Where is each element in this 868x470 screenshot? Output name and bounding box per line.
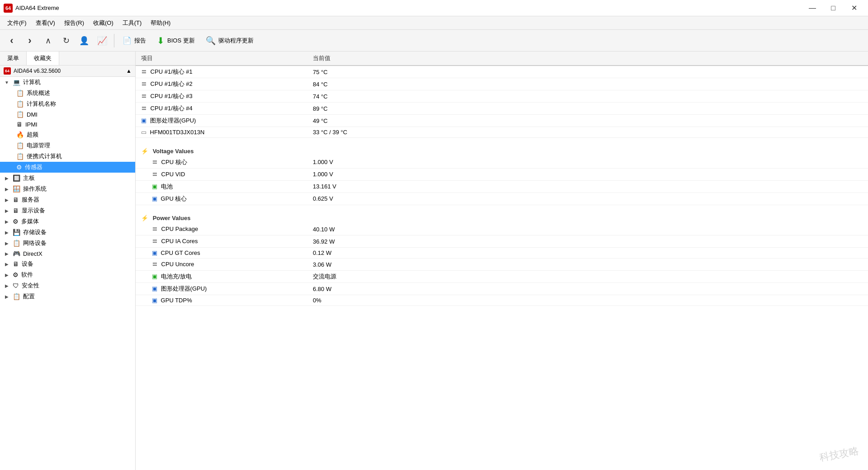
bios-update-button[interactable]: ⬇ BIOS 更新 [152, 33, 199, 48]
expand-mainboard[interactable]: ▶ [4, 175, 10, 181]
tree-item-config[interactable]: ▶ 📋 配置 [0, 291, 135, 302]
gpu-icon: ▣ [152, 195, 157, 202]
expand-multimedia[interactable]: ▶ [4, 218, 10, 225]
spacer-row-2 [136, 205, 868, 210]
network-icon: 📋 [13, 240, 20, 247]
tree-item-portable[interactable]: 📋 便携式计算机 [0, 151, 135, 162]
cpu-icon: 〓 [152, 226, 158, 232]
software-label: 软件 [21, 271, 33, 279]
tree-item-software[interactable]: ▶ ⚙ 软件 [0, 269, 135, 280]
tree-item-multimedia[interactable]: ▶ ⚙ 多媒体 [0, 216, 135, 227]
expand-os[interactable]: ▶ [4, 186, 10, 192]
tree-item-mainboard[interactable]: ▶ 🔲 主板 [0, 173, 135, 183]
expand-computer[interactable]: ▼ [4, 79, 10, 85]
tree-item-sensor[interactable]: ⚙ 传感器 [0, 162, 135, 173]
expand-directx[interactable]: ▶ [4, 250, 10, 257]
table-row: ▣ CPU GT Cores 0.12 W [136, 248, 868, 258]
table-row: ▭ HFM001TD3JX013N 33 °C / 39 °C [136, 127, 868, 138]
expand-software[interactable]: ▶ [4, 272, 10, 278]
driver-update-button[interactable]: 🔍 驱动程序更新 [201, 34, 258, 47]
app-title: AIDA64 Extreme [15, 5, 59, 11]
tree-item-compname[interactable]: 📋 计算机名称 [0, 99, 135, 109]
tree-item-security[interactable]: ▶ 🛡 安全性 [0, 280, 135, 291]
expand-storage[interactable]: ▶ [4, 229, 10, 235]
expand-config[interactable]: ▶ [4, 293, 10, 300]
refresh-button[interactable]: ↻ [58, 33, 74, 49]
powermgmt-icon: 📋 [16, 142, 24, 149]
bios-label: BIOS 更新 [167, 37, 195, 45]
tree-item-computer[interactable]: ▼ 💻 计算机 [0, 77, 135, 88]
user-button[interactable]: 👤 [76, 33, 92, 49]
back-button[interactable]: ‹ [4, 33, 20, 49]
tree-item-directx[interactable]: ▶ 🎮 DirectX [0, 249, 135, 258]
portable-icon: 📋 [16, 153, 24, 160]
cpu-icon: 〓 [141, 105, 147, 112]
menu-favorites[interactable]: 收藏(O) [90, 17, 117, 29]
tree-item-display[interactable]: ▶ 🖥 显示设备 [0, 205, 135, 216]
expand-network[interactable]: ▶ [4, 240, 10, 246]
os-icon: 🪟 [13, 185, 20, 193]
close-button[interactable]: ✕ [844, 0, 864, 16]
gpu-icon: ▣ [141, 117, 146, 124]
menu-report[interactable]: 报告(R) [61, 17, 88, 29]
menu-tools[interactable]: 工具(T) [119, 17, 146, 29]
tree-root[interactable]: 64 AIDA64 v6.32.5600 ▲ [0, 66, 135, 77]
config-icon: 📋 [13, 293, 20, 300]
menu-view[interactable]: 查看(V) [32, 17, 59, 29]
powermgmt-label: 电源管理 [27, 141, 50, 150]
expand-server[interactable]: ▶ [4, 197, 10, 203]
spacer-row [136, 138, 868, 143]
expand-security[interactable]: ▶ [4, 282, 10, 289]
tree-item-devices[interactable]: ▶ 🖥 设备 [0, 258, 135, 269]
tree-item-powermgmt[interactable]: 📋 电源管理 [0, 140, 135, 151]
maximize-button[interactable]: □ [823, 0, 844, 16]
forward-button[interactable]: › [22, 33, 38, 49]
table-row: 〓 CPU 核心 1.000 V [136, 156, 868, 169]
compname-label: 计算机名称 [27, 100, 56, 108]
toolbar: ‹ › ∧ ↻ 👤 📈 📄 报告 ⬇ BIOS 更新 🔍 驱动程序更新 [0, 30, 868, 52]
driver-label: 驱动程序更新 [218, 37, 254, 45]
tree-item-overclock[interactable]: 🔥 超频 [0, 129, 135, 140]
software-icon: ⚙ [13, 271, 19, 278]
menu-help[interactable]: 帮助(H) [147, 17, 174, 29]
up-button[interactable]: ∧ [40, 33, 56, 49]
tree-item-server[interactable]: ▶ 🖥 服务器 [0, 194, 135, 205]
os-label: 操作系统 [23, 185, 47, 193]
tree-item-ipmi[interactable]: 🖥 IPMI [0, 119, 135, 129]
table-row: 〓 CPU #1/核心 #4 89 °C [136, 103, 868, 115]
server-icon: 🖥 [13, 196, 19, 203]
hdd-icon: ▭ [141, 129, 146, 136]
power-section-icon: ⚡ [141, 215, 148, 221]
tree-item-dmi[interactable]: 📋 DMI [0, 109, 135, 119]
display-icon: 🖥 [13, 207, 19, 214]
table-row: ▣ GPU TDP% 0% [136, 295, 868, 306]
tree-item-storage[interactable]: ▶ 💾 存储设备 [0, 227, 135, 238]
report-icon: 📄 [123, 36, 132, 45]
cpu-icon: 〓 [152, 261, 158, 268]
content-area[interactable]: 项目 当前值 〓 CPU #1/核心 #1 75 °C 〓 CPU #1/核心 … [136, 52, 868, 470]
section-header-power: ⚡ Power Values [136, 210, 868, 223]
tree-item-network[interactable]: ▶ 📋 网络设备 [0, 238, 135, 249]
sidebar-content[interactable]: 64 AIDA64 v6.32.5600 ▲ ▼ 💻 计算机 📋 系统概述 📋 … [0, 66, 135, 470]
sensor-icon: ⚙ [16, 164, 22, 171]
tree-item-os[interactable]: ▶ 🪟 操作系统 [0, 183, 135, 194]
network-label: 网络设备 [23, 239, 47, 247]
cpu-icon: 〓 [141, 68, 147, 75]
tree-item-sysoverview[interactable]: 📋 系统概述 [0, 88, 135, 99]
menu-file[interactable]: 文件(F) [4, 17, 30, 29]
window-controls: — □ ✕ [802, 0, 864, 16]
tab-menu[interactable]: 菜单 [0, 52, 27, 65]
expand-devices[interactable]: ▶ [4, 261, 10, 267]
storage-label: 存储设备 [23, 228, 47, 236]
report-button[interactable]: 📄 报告 [118, 34, 151, 47]
chart-button[interactable]: 📈 [94, 33, 110, 49]
minimize-button[interactable]: — [802, 0, 823, 16]
cpu-icon: 〓 [152, 171, 158, 178]
tab-favorites[interactable]: 收藏夹 [27, 52, 59, 65]
tree-scroll-up[interactable]: ▲ [126, 68, 132, 74]
computer-label: 计算机 [23, 78, 41, 86]
bios-icon: ⬇ [157, 35, 165, 46]
dmi-icon: 📋 [16, 111, 24, 118]
security-icon: 🛡 [13, 282, 19, 289]
expand-display[interactable]: ▶ [4, 207, 10, 214]
